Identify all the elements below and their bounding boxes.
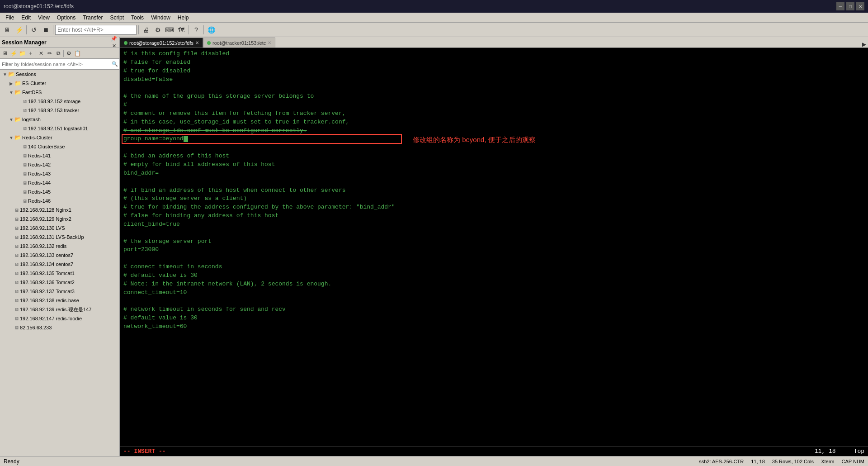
st-add-session-button[interactable]: +: [27, 49, 35, 57]
tree-140[interactable]: 🖥 140 ClusterBase: [0, 142, 119, 151]
session-tree[interactable]: ▼ 📂 Sessions ▶ 📁 ES-Cluster ▼ 📂 FastDFS …: [0, 70, 119, 456]
terminal-area[interactable]: # is this config file disabled # false f…: [120, 48, 868, 456]
session-toolbar: 🖥 ⚡ 📁 + ✕ ✏ ⧉ ⚙ 📋: [0, 48, 119, 59]
tab-close-storage[interactable]: ✕: [195, 40, 199, 45]
tree-logstash01-label: 192.168.92.151 logstash01: [28, 126, 88, 131]
tree-redis146[interactable]: 🖥 Redis-146: [0, 196, 119, 205]
tree-137tomcat[interactable]: 🖥 192.168.92.137 Tomcat3: [0, 287, 119, 296]
tree-sessions-root[interactable]: ▼ 📂 Sessions: [0, 70, 119, 79]
options-button[interactable]: ⚙: [152, 24, 163, 35]
tree-147redis[interactable]: 🖥 192.168.92.147 redis-foodie: [0, 314, 119, 323]
tree-lvs[interactable]: 🖥 192.168.92.130 LVS: [0, 223, 119, 233]
tab-close-tracker[interactable]: ✕: [268, 40, 271, 45]
st-clone-button[interactable]: ⧉: [54, 49, 62, 57]
new-session-button[interactable]: 🖥: [2, 24, 13, 35]
tree-logstash01[interactable]: 🖥 192.168.92.151 logstash01: [0, 124, 119, 133]
tree-139redis[interactable]: 🖥 192.168.92.139 redis-现在是147: [0, 305, 119, 314]
st-new-button[interactable]: 🖥: [1, 49, 9, 57]
toggle-sessions[interactable]: ▼: [2, 72, 8, 77]
tree-135tomcat[interactable]: 🖥 192.168.92.135 Tomcat1: [0, 269, 119, 278]
tree-138redis-label: 192.168.92.138 redis-base: [20, 298, 79, 303]
menu-transfer[interactable]: Transfer: [79, 14, 106, 22]
tree-fastdfs[interactable]: ▼ 📂 FastDFS: [0, 88, 119, 97]
monitor-icon-r141: 🖥: [23, 153, 27, 158]
tree-redis143[interactable]: 🖥 Redis-143: [0, 169, 119, 178]
host-input[interactable]: [55, 25, 137, 35]
help-button[interactable]: ?: [191, 24, 202, 35]
st-delete-button[interactable]: ✕: [37, 49, 45, 57]
toggle-logstash[interactable]: ▼: [8, 117, 14, 122]
keymap-button[interactable]: ⌨: [164, 24, 175, 35]
menu-script[interactable]: Script: [106, 14, 127, 22]
st-props-button[interactable]: ⚙: [65, 49, 73, 57]
toggle-es[interactable]: ▶: [8, 81, 14, 86]
line-15: bind_addr=: [123, 169, 864, 178]
folder-icon-sessions: 📂: [8, 71, 15, 77]
toggle-fastdfs[interactable]: ▼: [8, 90, 14, 95]
st-sep1: [36, 50, 36, 57]
tree-140-label: 140 ClusterBase: [28, 144, 65, 149]
filter-input[interactable]: [0, 59, 110, 69]
tree-133centos[interactable]: 🖥 192.168.92.133 centos7: [0, 251, 119, 260]
tree-136tomcat[interactable]: 🖥 192.168.92.136 Tomcat2: [0, 278, 119, 287]
monitor-icon-r146: 🖥: [23, 199, 27, 204]
tab-tracker[interactable]: root@tracker01:153:/etc ✕: [203, 38, 275, 48]
tab-scroll-arrow[interactable]: ▶: [860, 41, 868, 48]
tree-139redis-label: 192.168.92.139 redis-现在是147: [20, 306, 91, 313]
st-log-button[interactable]: 📋: [73, 49, 81, 57]
menu-file[interactable]: File: [2, 14, 18, 22]
terminal-content[interactable]: # is this config file disabled # false f…: [120, 48, 868, 446]
menu-view[interactable]: View: [34, 14, 53, 22]
tab-tracker-label: root@tracker01:153:/etc: [212, 40, 266, 46]
tree-es-cluster[interactable]: ▶ 📁 ES-Cluster: [0, 79, 119, 88]
tree-nginx1[interactable]: 🖥 192.168.92.128 Nginx1: [0, 205, 119, 214]
tree-storage[interactable]: 🖥 192.168.92.152 storage: [0, 97, 119, 106]
tree-135tomcat-label: 192.168.92.135 Tomcat1: [20, 271, 75, 276]
menu-tools[interactable]: Tools: [127, 14, 147, 22]
tree-lvsbackup[interactable]: 🖥 192.168.92.131 LVS-BackUp: [0, 233, 119, 242]
status-term: Xterm: [821, 459, 834, 464]
sm-pin-button[interactable]: 📌: [110, 35, 118, 43]
st-add-folder-button[interactable]: 📁: [18, 49, 26, 57]
tree-redis145[interactable]: 🖥 Redis-145: [0, 187, 119, 196]
line-2: # false for enabled: [123, 58, 864, 67]
tree-132redis[interactable]: 🖥 192.168.92.132 redis: [0, 242, 119, 251]
menu-options[interactable]: Options: [53, 14, 79, 22]
print-button[interactable]: 🖨: [141, 24, 151, 35]
status-ready: Ready: [4, 458, 19, 465]
reconnect-button[interactable]: ↺: [28, 24, 39, 35]
tab-storage-label: root@storage01:152:/etc/fdfs: [129, 40, 193, 46]
tree-134centos[interactable]: 🖥 192.168.92.134 centos7: [0, 260, 119, 269]
tree-redis141[interactable]: 🖥 Redis-141: [0, 151, 119, 160]
monitor-icon-140: 🖥: [23, 144, 27, 149]
menu-help[interactable]: Help: [174, 14, 193, 22]
tree-redis144[interactable]: 🖥 Redis-144: [0, 178, 119, 187]
map-button[interactable]: 🗺: [176, 24, 187, 35]
tree-nginx2[interactable]: 🖥 192.168.92.129 Nginx2: [0, 214, 119, 223]
toggle-redis[interactable]: ▼: [8, 135, 14, 140]
text-cursor: [184, 136, 188, 142]
lightning-button[interactable]: ⚡: [14, 24, 24, 35]
line-11-container: group_name=beyond 修改组的名称为 beyond, 便于之后的观…: [123, 135, 864, 143]
tree-138redis[interactable]: 🖥 192.168.92.138 redis-base: [0, 296, 119, 305]
monitor-icon-storage: 🖥: [23, 99, 27, 104]
maximize-button[interactable]: □: [846, 2, 854, 10]
tab-bar: root@storage01:152:/etc/fdfs ✕ root@trac…: [120, 37, 868, 48]
tree-redis-label: Redis-Cluster: [22, 135, 52, 140]
minimize-button[interactable]: ─: [836, 2, 844, 10]
tree-redis142[interactable]: 🖥 Redis-142: [0, 160, 119, 169]
tree-logstash[interactable]: ▼ 📂 logstash: [0, 115, 119, 124]
menu-window[interactable]: Window: [147, 14, 174, 22]
icon-button[interactable]: 🌐: [206, 24, 217, 35]
line-13: # bind an address of this host: [123, 152, 864, 161]
st-connect-button[interactable]: ⚡: [9, 49, 18, 57]
st-rename-button[interactable]: ✏: [46, 49, 54, 57]
tree-82[interactable]: 🖥 82.156.63.233: [0, 323, 119, 332]
line-22: [123, 229, 864, 238]
tree-tracker[interactable]: 🖥 192.168.92.153 tracker: [0, 106, 119, 115]
tree-redis-cluster[interactable]: ▼ 📂 Redis-Cluster: [0, 133, 119, 142]
menu-edit[interactable]: Edit: [18, 14, 34, 22]
disconnect-button[interactable]: ⏹: [40, 24, 51, 35]
close-button[interactable]: ✕: [856, 2, 864, 10]
tab-storage[interactable]: root@storage01:152:/etc/fdfs ✕: [120, 38, 203, 48]
